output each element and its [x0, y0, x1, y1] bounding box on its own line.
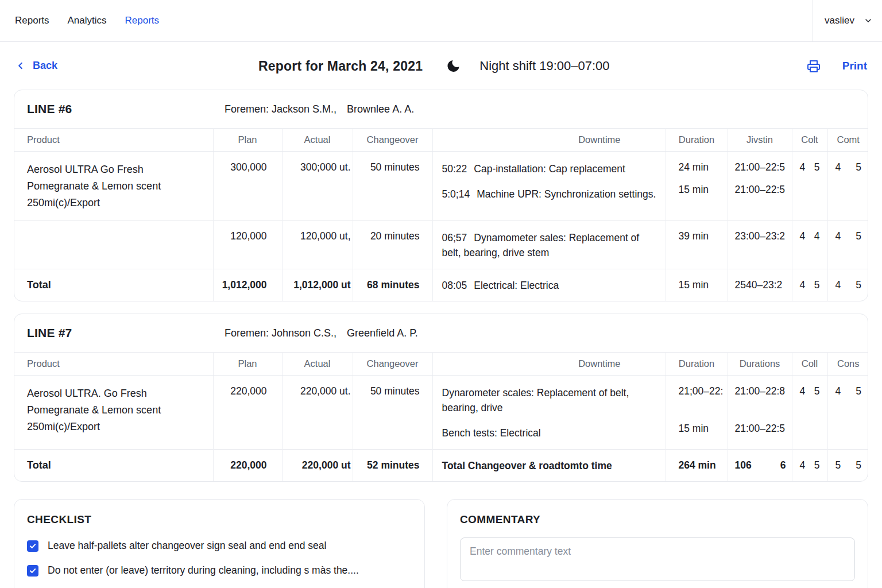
total-label: Total	[14, 450, 213, 482]
line6-total-row: Total 1,012,000 1,012,000 ut 68 minutes …	[14, 269, 868, 301]
line7-foremen: Foremen: Johnson C.S., Greenfield A. P.	[225, 327, 418, 339]
col-cons: Cons	[827, 353, 868, 376]
downtime-total: Total Changeover & roadtomto time	[432, 450, 666, 482]
changeover-cell: 20 minutes	[353, 220, 432, 269]
printer-icon[interactable]	[807, 59, 821, 73]
moon-icon	[446, 58, 461, 74]
user-name: vasliev	[825, 15, 854, 26]
plan-cell: 300,000	[213, 152, 282, 220]
line6-card: LINE #6 Foremen: Jackson S.M., Brownlee …	[14, 90, 868, 301]
bottom-section: CHECKLIST Leave half-pallets alter chang…	[14, 499, 868, 588]
plan-cell: 120,000	[213, 220, 282, 269]
back-button[interactable]: Back	[15, 60, 57, 72]
col-duration: Duration	[666, 353, 728, 376]
duration-total: 264 min	[666, 450, 728, 482]
col-actual: Actual	[282, 129, 353, 152]
downtime-cell: 06;57Dynamometer sales: Replacement of b…	[432, 220, 666, 269]
checklist-card: CHECKLIST Leave half-pallets alter chang…	[14, 499, 425, 588]
downtime-entry: 5:0;14Machine UPR: Synchronization setti…	[442, 187, 657, 202]
plan-total: 220,000	[213, 450, 282, 482]
page-title: Report for March 24, 2021	[258, 58, 423, 74]
col-colt: Colt	[792, 129, 827, 152]
comt-cell: 45	[827, 269, 868, 301]
print-button[interactable]: Print	[842, 60, 867, 72]
checklist-item-1[interactable]: Leave half-pallets alter changeover sign…	[27, 540, 412, 552]
line7-title: LINE #7	[27, 326, 225, 340]
col-actual: Actual	[282, 353, 353, 376]
duration-cell: 15 min	[666, 269, 728, 301]
report-header-center: Report for March 24, 2021 Night shift 19…	[258, 58, 610, 74]
comt-cell: 45	[827, 220, 868, 269]
foreman-1: Foremen: Johnson C.S.,	[225, 327, 336, 339]
foreman-2: Greenfield A. P.	[347, 327, 418, 339]
changeover-total: 52 minutes	[353, 450, 432, 482]
plan-total: 1,012,000	[213, 269, 282, 301]
duration-cell: 21;00–22: 15 min	[666, 376, 728, 450]
product-cell: Aerosol ULTRA Go Fresh Pomegranate & Lem…	[14, 152, 213, 220]
line7-total-row: Total 220,000 220,000 ut 52 minutes Tota…	[14, 450, 868, 482]
actual-cell: 120,000 ut,	[282, 220, 353, 269]
commentary-input[interactable]	[460, 537, 855, 581]
downtime-entry: 08:05Electrical: Electrica	[442, 278, 657, 293]
product-cell: Aerosol ULTRA. Go Fresh Pomegranate & Le…	[14, 376, 213, 450]
back-label: Back	[33, 60, 57, 72]
downtime-cell: 50:22Cap-installation: Cap replacement 5…	[432, 152, 666, 220]
col-jivstin: Jivstin	[728, 129, 792, 152]
colt-cell: 45	[792, 269, 827, 301]
line6-row-1: Aerosol ULTRA Go Fresh Pomegranate & Lem…	[14, 152, 868, 220]
duration-cell: 39 min	[666, 220, 728, 269]
checked-checkbox-icon[interactable]	[27, 540, 38, 552]
checked-checkbox-icon[interactable]	[27, 565, 38, 577]
line6-header: LINE #6 Foremen: Jackson S.M., Brownlee …	[14, 90, 868, 128]
downtime-entry: Bench tests: Electrical	[442, 425, 657, 440]
actual-cell: 300;000 ut.	[282, 152, 353, 220]
checklist-item-2[interactable]: Do not enter (or leave) territory during…	[27, 564, 412, 577]
changeover-total: 68 minutes	[353, 269, 432, 301]
user-menu[interactable]: vasliev	[813, 0, 882, 41]
downtime-cell: 08:05Electrical: Electrica	[432, 269, 666, 301]
actual-total: 1,012,000 ut	[282, 269, 353, 301]
shift-label: Night shift 19:00–07:00	[479, 59, 609, 74]
jivstin-cell: 21:00–22:5 21:00–22:5	[728, 152, 792, 220]
jivstin-cell: 23:00–23:2	[728, 220, 792, 269]
commentary-title: COMMENTARY	[460, 513, 855, 526]
col-changeover: Changeover	[353, 129, 432, 152]
changeover-cell: 50 minutes	[353, 152, 432, 220]
top-bar: Reports Analytics Reports vasliev	[0, 0, 882, 42]
line6-foremen: Foremen: Jackson S.M., Brownlee A. A.	[225, 103, 414, 115]
nav-item-reports-1[interactable]: Reports	[15, 15, 49, 26]
jivstin-cell: 2540–23:2	[728, 269, 792, 301]
line7-header-row: Product Plan Actual Changeover Downtime …	[14, 353, 868, 376]
col-plan: Plan	[213, 353, 282, 376]
plan-cell: 220,000	[213, 376, 282, 450]
cons-cell: 45	[827, 376, 868, 450]
foreman-2: Brownlee A. A.	[347, 103, 414, 115]
nav-item-analytics[interactable]: Analytics	[68, 15, 107, 26]
downtime-entry: 50:22Cap-installation: Cap replacement	[442, 161, 657, 176]
line7-header: LINE #7 Foremen: Johnson C.S., Greenfiel…	[14, 314, 868, 352]
line6-header-row: Product Plan Actual Changeover Downtime …	[14, 129, 868, 152]
actual-cell: 220,000 ut.	[282, 376, 353, 450]
coll-cell: 45	[792, 450, 827, 482]
main-nav: Reports Analytics Reports	[0, 0, 159, 41]
checklist-title: CHECKLIST	[27, 513, 412, 526]
durations-cell: 21:00–22:8 21:00–22:5	[728, 376, 792, 450]
line6-table: Product Plan Actual Changeover Downtime …	[14, 128, 868, 301]
downtime-entry: Dynarometer scales: Replacement of belt,…	[442, 385, 657, 415]
col-product: Product	[14, 353, 213, 376]
line7-table: Product Plan Actual Changeover Downtime …	[14, 352, 868, 481]
col-coll: Coll	[792, 353, 827, 376]
downtime-entry: 06;57Dynamometer sales: Replacement of b…	[442, 230, 657, 260]
line7-row-1: Aerosol ULTRA. Go Fresh Pomegranate & Le…	[14, 376, 868, 450]
colt-cell: 44	[792, 220, 827, 269]
coll-cell: 45	[792, 376, 827, 450]
foreman-1: Foremen: Jackson S.M.,	[225, 103, 336, 115]
chevron-left-icon	[15, 60, 26, 71]
changeover-cell: 50 minutes	[353, 376, 432, 450]
product-cell	[14, 220, 213, 269]
line6-row-2: 120,000 120,000 ut, 20 minutes 06;57Dyna…	[14, 220, 868, 269]
nav-item-reports-active[interactable]: Reports	[125, 15, 160, 26]
checklist-item-label: Do not enter (or leave) territory during…	[48, 564, 359, 577]
chevron-down-icon	[864, 16, 873, 25]
col-product: Product	[14, 129, 213, 152]
